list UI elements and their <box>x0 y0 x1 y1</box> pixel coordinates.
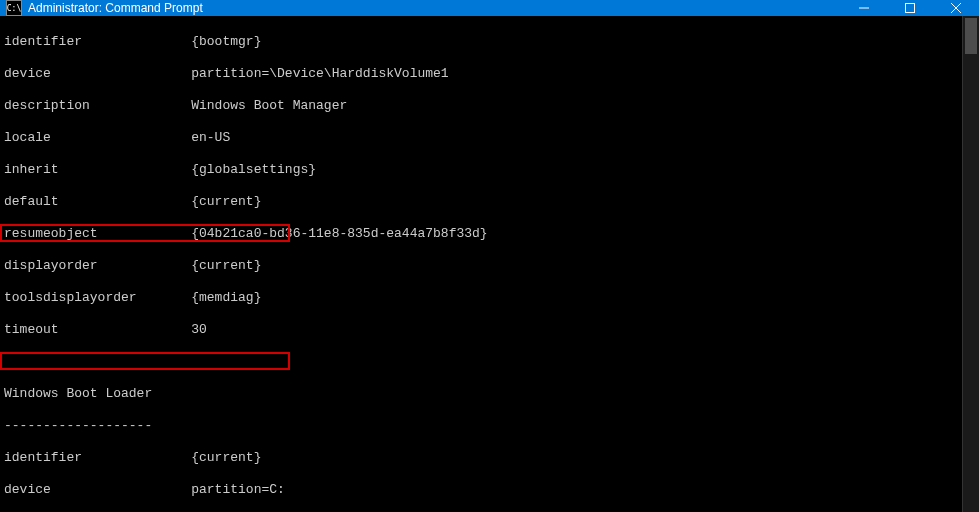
section-divider: ------------------- <box>4 418 958 434</box>
svg-rect-1 <box>906 4 915 13</box>
window-controls <box>841 0 979 16</box>
section-header: Windows Boot Loader <box>4 386 958 402</box>
output-line: localeen-US <box>4 130 958 146</box>
field-value: Windows Boot Manager <box>191 98 347 113</box>
field-value: partition=C: <box>191 482 285 497</box>
cmd-icon: C:\ <box>6 0 22 16</box>
minimize-button[interactable] <box>841 0 887 16</box>
field-label: device <box>4 66 191 82</box>
field-value: {current} <box>191 450 261 465</box>
output-line: toolsdisplayorder{memdiag} <box>4 290 958 306</box>
output-line: timeout30 <box>4 322 958 338</box>
field-value: 30 <box>191 322 207 337</box>
scrollbar-thumb[interactable] <box>965 18 977 54</box>
output-line: default{current} <box>4 194 958 210</box>
field-label: timeout <box>4 322 191 338</box>
field-label: default <box>4 194 191 210</box>
field-label: identifier <box>4 450 191 466</box>
field-label: description <box>4 98 191 114</box>
field-value: {bootmgr} <box>191 34 261 49</box>
output-line: resumeobject{04b21ca0-bd36-11e8-835d-ea4… <box>4 226 958 242</box>
terminal-output[interactable]: identifier{bootmgr} devicepartition=\Dev… <box>0 16 962 512</box>
field-label: locale <box>4 130 191 146</box>
output-line: devicepartition=C: <box>4 482 958 498</box>
output-line: descriptionWindows Boot Manager <box>4 98 958 114</box>
titlebar[interactable]: C:\ Administrator: Command Prompt <box>0 0 979 16</box>
field-label: inherit <box>4 162 191 178</box>
field-label: displayorder <box>4 258 191 274</box>
output-line: devicepartition=\Device\HarddiskVolume1 <box>4 66 958 82</box>
vertical-scrollbar[interactable] <box>962 16 979 512</box>
field-value: {memdiag} <box>191 290 261 305</box>
maximize-button[interactable] <box>887 0 933 16</box>
close-button[interactable] <box>933 0 979 16</box>
field-value: partition=\Device\HarddiskVolume1 <box>191 66 448 81</box>
content-area: identifier{bootmgr} devicepartition=\Dev… <box>0 16 979 512</box>
field-label: resumeobject <box>4 226 191 242</box>
output-line: identifier{bootmgr} <box>4 34 958 50</box>
field-value: en-US <box>191 130 230 145</box>
field-label: device <box>4 482 191 498</box>
output-line: displayorder{current} <box>4 258 958 274</box>
blank-line <box>4 354 958 370</box>
field-label: toolsdisplayorder <box>4 290 191 306</box>
field-value: {globalsettings} <box>191 162 316 177</box>
field-value: {current} <box>191 194 261 209</box>
output-line: identifier{current} <box>4 450 958 466</box>
output-line: inherit{globalsettings} <box>4 162 958 178</box>
command-prompt-window: C:\ Administrator: Command Prompt identi… <box>0 0 979 512</box>
field-label: identifier <box>4 34 191 50</box>
window-title: Administrator: Command Prompt <box>28 1 841 15</box>
field-value: {current} <box>191 258 261 273</box>
field-value: {04b21ca0-bd36-11e8-835d-ea44a7b8f33d} <box>191 226 487 241</box>
